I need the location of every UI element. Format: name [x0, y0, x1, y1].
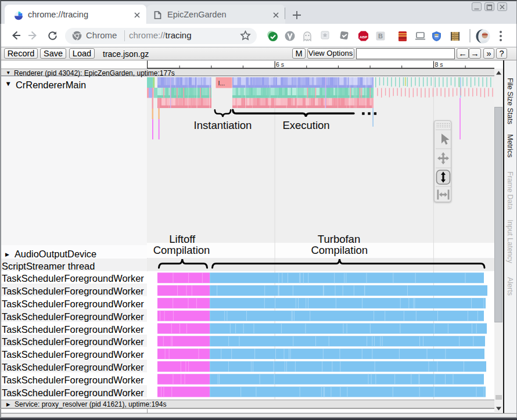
svg-text:ABP: ABP [360, 35, 367, 39]
svg-text:Compilation: Compilation [311, 244, 368, 256]
svg-text:I...: I... [218, 80, 225, 87]
svg-text:Compilation: Compilation [153, 244, 210, 256]
svg-text:B: B [378, 33, 383, 40]
svg-text:Liftoff: Liftoff [169, 233, 196, 245]
svg-text:Turbofan: Turbofan [318, 233, 360, 245]
svg-text:8 s: 8 s [435, 61, 443, 68]
svg-text:6 s: 6 s [276, 61, 284, 68]
svg-text:Instantiation: Instantiation [194, 119, 252, 131]
svg-text:Execution: Execution [282, 119, 329, 131]
